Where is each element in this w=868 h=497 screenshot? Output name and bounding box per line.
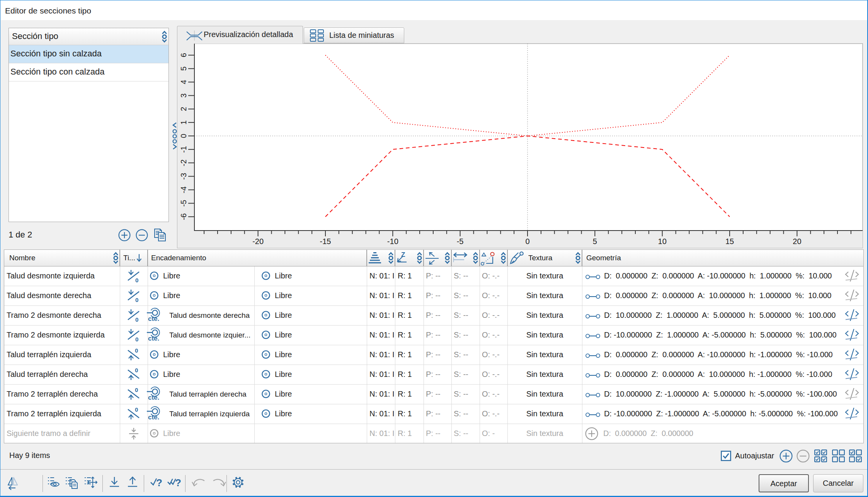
svg-text:-10: -10 [387,237,398,246]
svg-text:0: 0 [135,407,138,413]
svg-text:-3: -3 [179,173,188,180]
svg-text:cte.: cte. [148,335,159,341]
svg-text:0: 0 [135,348,138,354]
svg-text:0: 0 [135,316,138,322]
svg-text:0: 0 [179,134,188,138]
svg-text:-6: -6 [179,213,188,220]
svg-text:5: 5 [179,66,188,71]
svg-text:0: 0 [135,387,138,393]
svg-text:0: 0 [135,336,138,342]
svg-text:?: ? [175,477,181,489]
svg-text:15: 15 [725,237,734,246]
svg-text:10: 10 [658,237,667,246]
svg-text:20: 20 [793,237,801,246]
svg-text:1: 1 [179,120,188,125]
svg-text:0: 0 [135,297,138,302]
svg-text:-2: -2 [179,159,188,166]
svg-text:4: 4 [179,80,188,84]
svg-text:2: 2 [179,107,188,111]
svg-text:-20: -20 [252,237,264,246]
svg-text:cte.: cte. [148,414,159,420]
svg-text:0: 0 [135,367,138,373]
svg-text:-5: -5 [179,200,188,207]
svg-text:?: ? [156,477,162,489]
svg-text:6: 6 [179,53,188,57]
svg-text:-5: -5 [457,237,464,246]
svg-text:cte.: cte. [148,315,159,322]
svg-text:-4: -4 [179,187,188,193]
svg-text:0: 0 [525,237,529,246]
svg-text:-1: -1 [179,146,188,153]
svg-text:5: 5 [593,237,597,246]
svg-text:-15: -15 [320,237,331,246]
svg-text:cte.: cte. [148,394,159,400]
svg-text:0: 0 [135,277,138,283]
svg-text:3: 3 [179,93,188,98]
